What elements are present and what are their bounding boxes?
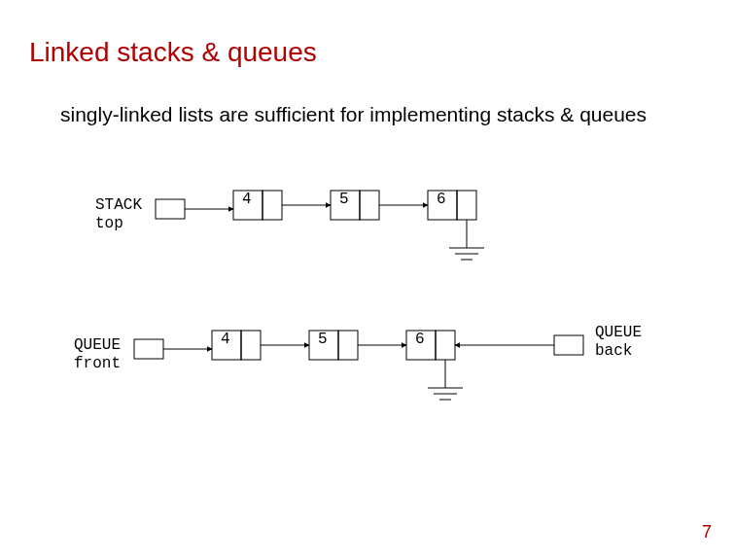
svg-rect-3 (262, 191, 282, 220)
svg-rect-29 (554, 335, 583, 355)
stack-diagram (0, 0, 735, 560)
svg-rect-9 (457, 191, 476, 220)
stack-node-2-value: 5 (339, 191, 349, 208)
svg-rect-0 (156, 199, 185, 219)
queue-node-2-value: 5 (318, 331, 328, 348)
svg-rect-23 (436, 331, 455, 360)
svg-rect-17 (241, 331, 261, 360)
svg-rect-20 (338, 331, 358, 360)
svg-rect-14 (134, 339, 163, 359)
svg-rect-6 (360, 191, 379, 220)
queue-node-3-value: 6 (415, 331, 425, 348)
queue-front-label: QUEUE front (74, 336, 121, 373)
stack-node-1-value: 4 (242, 191, 252, 208)
stack-node-3-value: 6 (437, 191, 446, 208)
queue-back-label: QUEUE back (595, 324, 642, 361)
queue-node-1-value: 4 (221, 331, 230, 348)
page-number: 7 (702, 522, 712, 542)
